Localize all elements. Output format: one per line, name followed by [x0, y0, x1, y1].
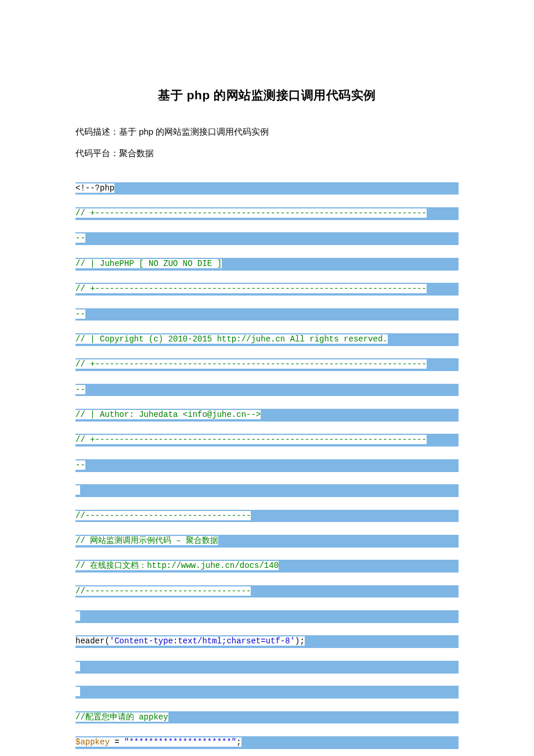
code-line: //配置您申请的 appkey — [75, 711, 459, 724]
code-line — [75, 661, 459, 674]
code-line: -- — [75, 232, 459, 245]
code-line: // +------------------------------------… — [75, 283, 459, 296]
page-title: 基于 php 的网站监测接口调用代码实例 — [75, 87, 459, 103]
code-line: // | Author: Juhedata <info@juhe.cn--> — [75, 409, 459, 422]
code-description: 代码描述：基于 php 的网站监测接口调用代码实例 — [75, 127, 459, 138]
code-line: // +------------------------------------… — [75, 434, 459, 447]
code-line: // +------------------------------------… — [75, 207, 459, 220]
code-block: <!--?php // +---------------------------… — [75, 170, 459, 756]
code-line — [75, 686, 459, 699]
code-line — [75, 610, 459, 623]
code-line — [75, 484, 459, 497]
code-line: // 网站监测调用示例代码 – 聚合数据 — [75, 535, 459, 548]
code-line: // | Copyright (c) 2010-2015 http://juhe… — [75, 333, 459, 346]
meta-block: 代码描述：基于 php 的网站监测接口调用代码实例 代码平台：聚合数据 — [75, 127, 459, 159]
code-line: //---------------------------------- — [75, 585, 459, 598]
code-line: // 在线接口文档：http://www.juhe.cn/docs/140 — [75, 560, 459, 573]
code-line: //---------------------------------- — [75, 510, 459, 523]
code-line: -- — [75, 384, 459, 397]
code-line: <!--?php — [75, 182, 459, 195]
php-open-tag: <!--?php — [75, 183, 114, 193]
code-line: $appkey = "*********************"; — [75, 736, 459, 749]
code-line: -- — [75, 308, 459, 321]
code-line: -- — [75, 459, 459, 472]
code-line: header('Content-type:text/html;charset=u… — [75, 635, 459, 648]
code-line: // | JuhePHP [ NO ZUO NO DIE ] — [75, 258, 459, 271]
code-line: // +------------------------------------… — [75, 358, 459, 371]
document-page: 基于 php 的网站监测接口调用代码实例 代码描述：基于 php 的网站监测接口… — [0, 0, 534, 756]
code-platform: 代码平台：聚合数据 — [75, 148, 459, 159]
